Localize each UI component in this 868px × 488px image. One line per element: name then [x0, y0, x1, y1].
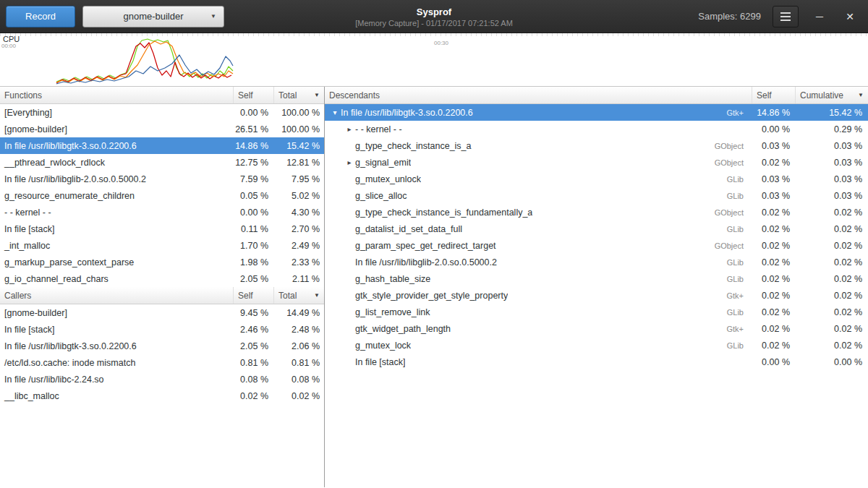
column-header-self[interactable]: Self [234, 287, 274, 304]
column-header-self[interactable]: Self [752, 87, 796, 103]
descendant-name-cell: In file /usr/lib/libglib-2.0.so.0.5000.2… [325, 257, 752, 267]
expand-icon[interactable]: ▸ [344, 158, 355, 166]
descendant-cumulative: 0.02 % [796, 307, 868, 317]
time-label-mid: 00:30 [434, 40, 448, 46]
record-button[interactable]: Record [6, 6, 75, 27]
descendants-panel: Descendants Self Cumulative ▼ ▾In file /… [325, 87, 868, 487]
descendant-row[interactable]: gtk_widget_path_lengthGtk+0.02 %0.02 % [325, 320, 868, 337]
descendant-row[interactable]: g_type_check_instance_is_fundamentally_a… [325, 204, 868, 221]
collapse-icon[interactable]: ▾ [329, 108, 341, 116]
descendant-cumulative: 0.03 % [796, 191, 868, 201]
function-name: - - kernel - - [0, 207, 234, 218]
descendant-row[interactable]: g_mutex_unlockGLib0.03 %0.03 % [325, 171, 868, 187]
descendant-row[interactable]: In file [stack]0.00 %0.00 % [325, 354, 868, 370]
descendant-cumulative: 0.03 % [796, 141, 868, 151]
hamburger-icon [780, 12, 791, 21]
descendant-self: 0.02 % [752, 307, 796, 317]
caller-row[interactable]: In file /usr/lib/libc-2.24.so0.08 %0.08 … [0, 371, 324, 388]
descendant-self: 0.03 % [752, 174, 796, 184]
functions-table-header: Functions Self Total ▼ [0, 87, 324, 104]
column-header-descendants[interactable]: Descendants [325, 87, 752, 103]
column-header-self[interactable]: Self [234, 87, 274, 103]
descendant-name: g_type_check_instance_is_a [355, 141, 472, 151]
caller-total: 14.49 % [274, 308, 324, 318]
library-tag: GLib [720, 258, 749, 267]
function-row[interactable]: g_io_channel_read_chars2.05 %2.11 % [0, 270, 324, 287]
column-header-callers[interactable]: Callers [0, 287, 234, 304]
function-row[interactable]: _int_malloc1.70 %2.49 % [0, 237, 324, 254]
descendant-name-cell: ▾In file /usr/lib/libgtk-3.so.0.2200.6Gt… [325, 108, 752, 118]
descendant-name-cell: g_param_spec_get_redirect_targetGObject [325, 241, 752, 251]
descendant-name-cell: gtk_style_provider_get_style_propertyGtk… [325, 291, 752, 301]
function-row[interactable]: [gnome-builder]26.51 %100.00 % [0, 121, 324, 137]
descendant-self: 0.02 % [752, 158, 796, 168]
function-total: 12.81 % [274, 158, 324, 168]
descendant-cumulative: 0.02 % [796, 291, 868, 301]
descendant-self: 0.00 % [752, 357, 796, 367]
descendant-row[interactable]: g_datalist_id_set_data_fullGLib0.02 %0.0… [325, 221, 868, 237]
column-header-total[interactable]: Total ▼ [274, 287, 324, 304]
caller-self: 2.46 % [234, 325, 274, 335]
function-name: g_io_channel_read_chars [0, 274, 234, 284]
function-self: 0.11 % [234, 224, 274, 234]
function-row[interactable]: In file /usr/lib/libglib-2.0.so.0.5000.2… [0, 171, 324, 187]
function-name: In file /usr/lib/libgtk-3.so.0.2200.6 [0, 141, 234, 151]
descendant-row[interactable]: gtk_style_provider_get_style_propertyGtk… [325, 287, 868, 304]
descendant-cumulative: 0.02 % [796, 241, 868, 251]
descendant-row[interactable]: g_mutex_lockGLib0.02 %0.02 % [325, 337, 868, 354]
process-selector-dropdown[interactable]: gnome-builder ▼ [82, 6, 224, 27]
caller-self: 0.02 % [234, 391, 274, 401]
caller-row[interactable]: /etc/ld.so.cache: inode mismatch0.81 %0.… [0, 354, 324, 371]
descendant-row[interactable]: g_param_spec_get_redirect_targetGObject0… [325, 237, 868, 254]
column-header-cumulative[interactable]: Cumulative ▼ [796, 87, 868, 103]
caller-name: In file /usr/lib/libc-2.24.so [0, 374, 234, 385]
descendant-name: g_param_spec_get_redirect_target [355, 241, 496, 251]
descendant-cumulative: 0.02 % [796, 324, 868, 334]
descendant-name-cell: g_slice_allocGLib [325, 191, 752, 201]
menu-button[interactable] [773, 6, 799, 27]
function-row[interactable]: - - kernel - -0.00 %4.30 % [0, 204, 324, 221]
function-row[interactable]: [Everything]0.00 %100.00 % [0, 104, 324, 121]
descendant-cumulative: 0.03 % [796, 158, 868, 168]
column-header-total-label: Total [278, 90, 297, 100]
function-row[interactable]: g_resource_enumerate_children0.05 %5.02 … [0, 187, 324, 204]
cpu-graph[interactable]: CPU 00:00 00:30 [0, 33, 868, 87]
function-total: 100.00 % [274, 108, 324, 118]
function-self: 14.86 % [234, 141, 274, 151]
descendant-row[interactable]: In file /usr/lib/libglib-2.0.so.0.5000.2… [325, 254, 868, 270]
descendant-cumulative: 0.02 % [796, 257, 868, 267]
sort-indicator-icon: ▼ [858, 92, 864, 98]
function-row[interactable]: In file /usr/lib/libgtk-3.so.0.2200.614.… [0, 137, 324, 154]
descendant-row[interactable]: ▸g_signal_emitGObject0.02 %0.03 % [325, 154, 868, 171]
column-header-functions[interactable]: Functions [0, 87, 234, 103]
caller-row[interactable]: In file [stack]2.46 %2.48 % [0, 321, 324, 338]
function-row[interactable]: __pthread_rwlock_rdlock12.75 %12.81 % [0, 154, 324, 171]
descendant-name-cell: gtk_widget_path_lengthGtk+ [325, 324, 752, 334]
descendant-row[interactable]: g_type_check_instance_is_aGObject0.03 %0… [325, 137, 868, 154]
column-header-total[interactable]: Total ▼ [274, 87, 324, 103]
function-self: 1.98 % [234, 257, 274, 267]
descendant-name: g_datalist_id_set_data_full [355, 224, 462, 234]
caller-row[interactable]: __libc_malloc0.02 %0.02 % [0, 388, 324, 404]
caller-total: 0.08 % [274, 374, 324, 385]
column-header-self-label: Self [238, 291, 253, 301]
library-tag: Gtk+ [719, 108, 749, 117]
descendant-row[interactable]: g_list_remove_linkGLib0.02 %0.02 % [325, 304, 868, 320]
function-self: 0.00 % [234, 207, 274, 218]
descendant-row[interactable]: ▾In file /usr/lib/libgtk-3.so.0.2200.6Gt… [325, 104, 868, 121]
function-row[interactable]: In file [stack]0.11 %2.70 % [0, 221, 324, 237]
descendant-row[interactable]: g_hash_table_sizeGLib0.02 %0.02 % [325, 270, 868, 287]
samples-count: Samples: 6299 [698, 11, 761, 22]
minimize-button[interactable]: ─ [810, 6, 829, 27]
descendant-name-cell: g_type_check_instance_is_aGObject [325, 141, 752, 151]
descendant-row[interactable]: ▸- - kernel - -0.00 %0.29 % [325, 121, 868, 137]
descendant-row[interactable]: g_slice_allocGLib0.03 %0.03 % [325, 187, 868, 204]
library-tag: GObject [707, 158, 749, 167]
expand-icon[interactable]: ▸ [344, 125, 355, 133]
caller-row[interactable]: [gnome-builder]9.45 %14.49 % [0, 304, 324, 321]
function-row[interactable]: g_markup_parse_context_parse1.98 %2.33 % [0, 254, 324, 270]
library-tag: GLib [720, 225, 749, 234]
caller-row[interactable]: In file /usr/lib/libgtk-3.so.0.2200.62.0… [0, 338, 324, 354]
close-button[interactable]: ✕ [841, 6, 859, 27]
library-tag: GLib [720, 275, 749, 283]
